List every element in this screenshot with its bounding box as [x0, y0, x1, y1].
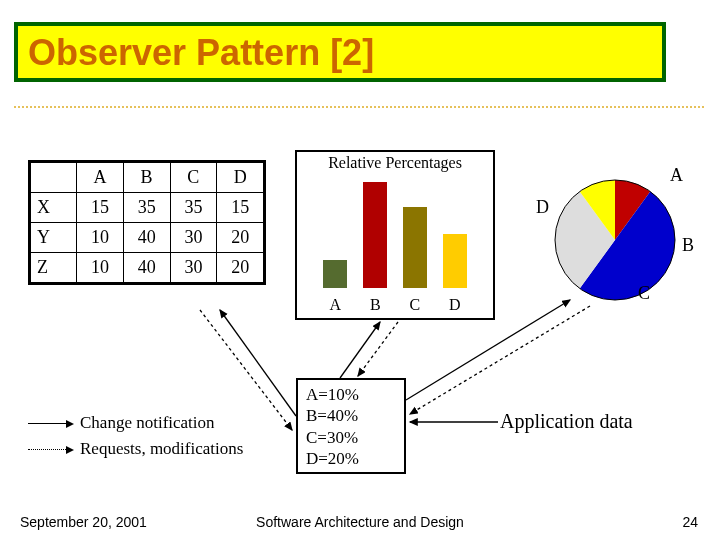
- svg-line-3: [340, 322, 380, 378]
- svg-line-1: [220, 310, 296, 416]
- arrow-legend: Change notification Requests, modificati…: [28, 413, 243, 465]
- data-table: A B C D X 15 35 35 15 Y 10 40 30 20 Z 10…: [28, 160, 266, 285]
- pie-label-d: D: [536, 197, 549, 218]
- col-b: B: [123, 163, 170, 193]
- bar-label-b: B: [370, 296, 381, 314]
- footer-center: Software Architecture and Design: [0, 514, 720, 530]
- col-a: A: [77, 163, 124, 193]
- bar-c: [403, 207, 427, 288]
- legend-solid: Change notification: [80, 413, 215, 433]
- page-title: Observer Pattern [2]: [28, 32, 652, 74]
- table-header-row: A B C D: [31, 163, 264, 193]
- table-row: X 15 35 35 15: [31, 193, 264, 223]
- table-row: Z 10 40 30 20: [31, 253, 264, 283]
- row-y: Y: [31, 223, 77, 253]
- bar-chart-title: Relative Percentages: [297, 152, 493, 172]
- solid-arrow-icon: [28, 423, 72, 424]
- appdata-line: B=40%: [306, 405, 396, 426]
- pie-chart: A B C D: [530, 155, 700, 325]
- legend-dotted: Requests, modifications: [80, 439, 243, 459]
- table-row: Y 10 40 30 20: [31, 223, 264, 253]
- application-data-label: Application data: [500, 410, 633, 433]
- appdata-line: D=20%: [306, 448, 396, 469]
- pie-label-c: C: [638, 283, 650, 304]
- bar-d: [443, 234, 467, 288]
- title-underline: [14, 106, 704, 108]
- svg-line-4: [358, 322, 398, 376]
- bar-b: [363, 182, 387, 288]
- bar-label-a: A: [329, 296, 341, 314]
- pie-label-b: B: [682, 235, 694, 256]
- appdata-line: A=10%: [306, 384, 396, 405]
- bar-a: [323, 260, 347, 288]
- bar-label-c: C: [409, 296, 420, 314]
- footer-page: 24: [682, 514, 698, 530]
- bar-label-d: D: [449, 296, 461, 314]
- title-box: Observer Pattern [2]: [14, 22, 666, 90]
- pie-label-a: A: [670, 165, 683, 186]
- appdata-line: C=30%: [306, 427, 396, 448]
- col-d: D: [217, 163, 264, 193]
- svg-line-2: [200, 310, 292, 430]
- col-c: C: [170, 163, 217, 193]
- row-x: X: [31, 193, 77, 223]
- dotted-arrow-icon: [28, 449, 72, 450]
- bar-chart: Relative Percentages A B C D: [295, 150, 495, 320]
- row-z: Z: [31, 253, 77, 283]
- application-data-box: A=10% B=40% C=30% D=20%: [296, 378, 406, 474]
